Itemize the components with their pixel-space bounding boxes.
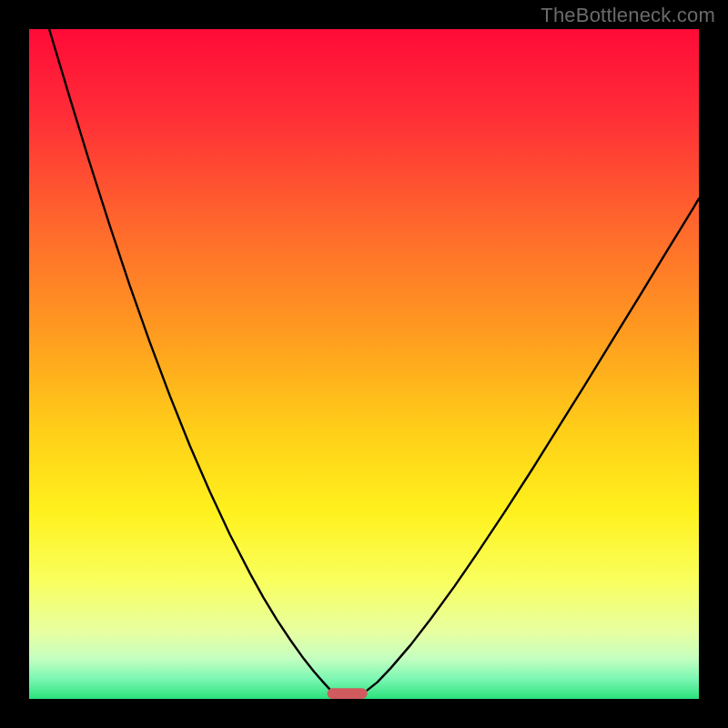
watermark-text: TheBottleneck.com [541, 4, 715, 27]
plot-area [29, 29, 699, 699]
plot-svg [29, 29, 699, 699]
bottleneck-marker [328, 688, 368, 699]
